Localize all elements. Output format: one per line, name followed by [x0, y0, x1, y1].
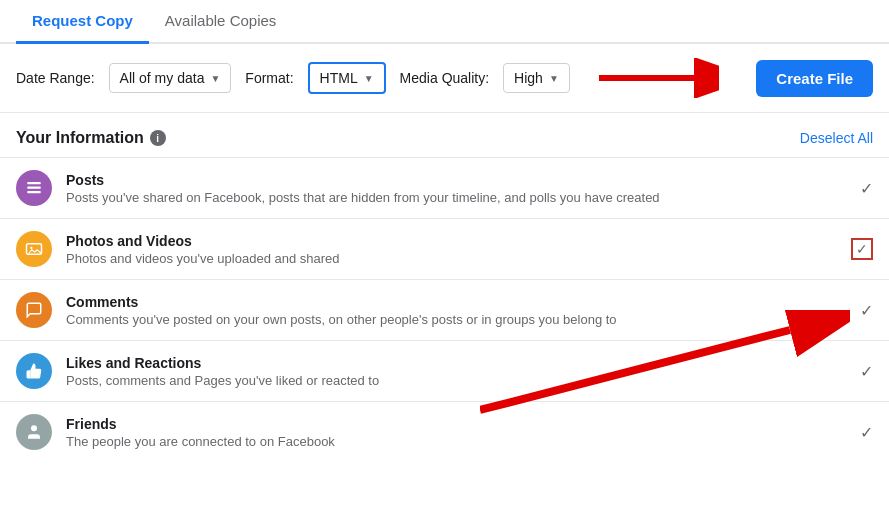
tab-request-copy[interactable]: Request Copy [16, 0, 149, 44]
format-label: Format: [245, 70, 293, 86]
photos-icon [16, 231, 52, 267]
list-item: Comments Comments you've posted on your … [0, 279, 889, 340]
posts-content: Posts Posts you've shared on Facebook, p… [66, 172, 846, 205]
photos-content: Photos and Videos Photos and videos you'… [66, 233, 837, 266]
info-icon[interactable]: i [150, 130, 166, 146]
friends-name: Friends [66, 416, 846, 432]
date-range-dropdown[interactable]: All of my data ▼ [109, 63, 232, 93]
create-file-button[interactable]: Create File [756, 60, 873, 97]
tab-available-copies[interactable]: Available Copies [149, 0, 292, 44]
likes-icon [16, 353, 52, 389]
section-header: Your Information i Deselect All [0, 113, 889, 157]
photos-check-box[interactable]: ✓ [851, 238, 873, 260]
format-value: HTML [320, 70, 358, 86]
posts-desc: Posts you've shared on Facebook, posts t… [66, 190, 846, 205]
chevron-down-icon-quality: ▼ [549, 73, 559, 84]
likes-desc: Posts, comments and Pages you've liked o… [66, 373, 846, 388]
deselect-all-button[interactable]: Deselect All [800, 130, 873, 146]
list-item: Likes and Reactions Posts, comments and … [0, 340, 889, 401]
svg-rect-2 [27, 182, 41, 184]
list-item: Photos and Videos Photos and videos you'… [0, 218, 889, 279]
list-item: Friends The people you are connected to … [0, 401, 889, 462]
chevron-down-icon: ▼ [210, 73, 220, 84]
posts-name: Posts [66, 172, 846, 188]
friends-content: Friends The people you are connected to … [66, 416, 846, 449]
toolbar: Date Range: All of my data ▼ Format: HTM… [0, 44, 889, 113]
section-title-text: Your Information [16, 129, 144, 147]
list-item: Posts Posts you've shared on Facebook, p… [0, 157, 889, 218]
date-range-value: All of my data [120, 70, 205, 86]
friends-icon [16, 414, 52, 450]
photos-desc: Photos and videos you've uploaded and sh… [66, 251, 837, 266]
media-quality-value: High [514, 70, 543, 86]
comments-icon [16, 292, 52, 328]
comments-desc: Comments you've posted on your own posts… [66, 312, 846, 327]
comments-name: Comments [66, 294, 846, 310]
friends-check[interactable]: ✓ [860, 423, 873, 442]
svg-rect-3 [27, 187, 41, 189]
date-range-label: Date Range: [16, 70, 95, 86]
media-quality-dropdown[interactable]: High ▼ [503, 63, 570, 93]
tabs-bar: Request Copy Available Copies [0, 0, 889, 44]
svg-rect-4 [27, 191, 41, 193]
svg-point-6 [30, 247, 32, 249]
posts-check[interactable]: ✓ [860, 179, 873, 198]
section-title: Your Information i [16, 129, 166, 147]
posts-icon [16, 170, 52, 206]
item-list: Posts Posts you've shared on Facebook, p… [0, 157, 889, 462]
likes-content: Likes and Reactions Posts, comments and … [66, 355, 846, 388]
chevron-down-icon-format: ▼ [364, 73, 374, 84]
page-wrapper: Request Copy Available Copies Date Range… [0, 0, 889, 462]
format-dropdown[interactable]: HTML ▼ [308, 62, 386, 94]
arrow-to-create-file [599, 58, 719, 98]
comments-content: Comments Comments you've posted on your … [66, 294, 846, 327]
svg-point-7 [31, 425, 37, 431]
comments-check[interactable]: ✓ [860, 301, 873, 320]
likes-name: Likes and Reactions [66, 355, 846, 371]
media-quality-label: Media Quality: [400, 70, 489, 86]
likes-check[interactable]: ✓ [860, 362, 873, 381]
photos-name: Photos and Videos [66, 233, 837, 249]
friends-desc: The people you are connected to on Faceb… [66, 434, 846, 449]
